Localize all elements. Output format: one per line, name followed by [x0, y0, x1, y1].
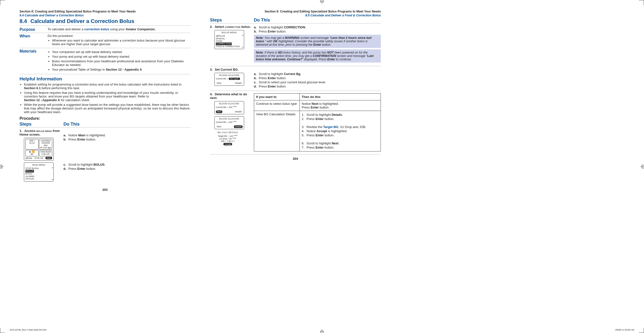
text: Main [78, 133, 86, 137]
menu-item-selected: CORRECTION [216, 43, 243, 45]
text: Scroll to select your current blood gluc… [259, 80, 381, 84]
cell: Continue to select bolus type [254, 100, 300, 111]
text: Current BG = 240 [216, 106, 233, 109]
unit: mg/dL [232, 137, 236, 139]
heading-text: Calculate and Deliver a Correction Bolus [30, 18, 134, 24]
text: Next [312, 102, 318, 106]
step-3: 3. Set Current BG. BLOOD GLUCOSE Current… [210, 66, 381, 91]
table-row: View BG Calculation Details 1.Scroll to … [254, 111, 381, 151]
substep-a: a.Notice Main is highlighted. [64, 133, 190, 137]
substep-c: c.Scroll to select your current blood gl… [254, 80, 381, 84]
substep-a: a.Scroll to highlight Current Bg. [254, 72, 381, 76]
col-do-this: Do This [254, 17, 381, 23]
text: Scroll to highlight [306, 113, 332, 117]
softkey-next: Next [216, 82, 222, 85]
text: Press [306, 133, 316, 137]
text: Press [259, 30, 268, 33]
list-item: Whenever you want to calculate and admin… [52, 39, 190, 46]
purpose-body: To calculate and deliver a correction bo… [48, 27, 190, 32]
materials-row: Materials Your companion set up with bas… [20, 48, 190, 73]
slug-line: DOC15736_Rev-A-Man.indd 203-204 2/9/09 1… [10, 328, 634, 331]
note-warning-box: Note: You may get a WARNING screen and m… [254, 35, 381, 48]
text: Notice [302, 102, 312, 106]
text: Scroll to highlight [68, 163, 94, 166]
menu-item-selected: BOLUS [26, 170, 52, 172]
step-number: 4. [210, 92, 214, 96]
text: before performing this task. [41, 86, 80, 90]
screen-title: MAIN MENU [26, 164, 52, 166]
text: . [300, 72, 302, 76]
text: Scroll to highlight [259, 26, 284, 29]
menu-item: STATUS [26, 178, 52, 180]
text: 3.00U/0h 30m [42, 142, 50, 146]
helpful-list: Establish setting for programming a corr… [20, 83, 190, 114]
text: button. [319, 106, 329, 109]
text: CONFIRMATION [313, 54, 336, 58]
scrollbar-icon [52, 168, 53, 180]
page-204: Section 8: Creating and Editing Speciali… [210, 10, 381, 192]
clock: 10:35 AM [34, 157, 43, 159]
divider [20, 74, 190, 74]
softkey-details-selected: Details [234, 125, 243, 128]
text: Press [68, 138, 78, 141]
text: screen and message " [336, 54, 367, 58]
when-intro: Do this procedure: [48, 34, 74, 38]
text: for calculation sheet. [60, 98, 90, 102]
menu-item: ALARMS [26, 175, 52, 178]
note-label: Note: [256, 51, 264, 54]
step-left: 3. Set Current BG. BLOOD GLUCOSE Current… [210, 68, 254, 89]
last-bolus-cell: Last Bolus3.00U/0h 30m0h 11m ago [39, 139, 52, 150]
text: . [104, 163, 106, 166]
text: bolus. [240, 25, 251, 29]
device-bolus-menu: BOLUS MENU QBOLUS MANUAL FOOD CORRECTION… [214, 30, 244, 49]
text: NOT [327, 51, 334, 54]
divider [20, 26, 190, 26]
text: Press [306, 146, 316, 149]
softkey-next-selected: Next [216, 110, 222, 113]
crop-mark [639, 0, 644, 5]
text: Current BG = [216, 78, 228, 80]
softkey-main: Main [46, 157, 52, 159]
screen-title: BLOOD GLUCOSE [216, 102, 243, 105]
text: " displayed. Press [302, 58, 327, 61]
crop-mark [0, 0, 5, 5]
ol-item: 5.Press Enter button. [302, 133, 379, 137]
text: is highlighted. [86, 133, 106, 137]
text: Current BG = 240 [216, 121, 233, 123]
page-number: 203 [20, 188, 190, 192]
softkey-details: Details [234, 82, 243, 85]
text: using your [109, 27, 126, 31]
text: button. [321, 43, 331, 47]
term-correction-bolus: correction bolus [84, 27, 109, 31]
text: 0h 11m ago [40, 146, 51, 149]
text: Notice [306, 129, 316, 133]
step-left: 2. Select CORRECTION bolus. BOLUS MENU Q… [210, 25, 254, 64]
cell: Notice Next is highlighted. Press Enter … [300, 100, 380, 111]
text: Enter [78, 138, 86, 141]
substep-b: b.Press Enter button. [64, 138, 190, 141]
timestamp: 2/9/09 11:29:52 AM [615, 328, 634, 331]
steps-header: Steps Do This [20, 121, 190, 128]
text: Notice [68, 133, 78, 137]
text: , 1U Drop and, IOB. [338, 125, 366, 129]
text: To calculate and deliver a [48, 27, 84, 31]
text: to continue. [335, 58, 352, 61]
when-body: Do this procedure: Whenever you want to … [48, 34, 190, 47]
text: If there is [264, 51, 278, 54]
heading-number: 8.4 [20, 18, 27, 24]
text: button. [276, 76, 286, 80]
device-blood-glucose-edit: BLOOD GLUCOSE Current BG = 240 mg/dL Nex… [214, 73, 244, 86]
step-right: a.Scroll to highlight CORRECTION. b.Pres… [254, 25, 381, 64]
procedure-label: Procedure: [20, 116, 190, 121]
text: button. [324, 146, 334, 149]
text: is highlighted. [318, 102, 338, 106]
text: Enter [316, 117, 324, 121]
when-row: When Do this procedure: Whenever you wan… [20, 33, 190, 48]
registration-mark-icon [0, 164, 4, 169]
text: Press [259, 85, 268, 88]
note-confirmation-box: Note: If there is NO bolus history, and … [254, 49, 381, 63]
page-number: 204 [210, 157, 381, 161]
text: ." with [264, 40, 273, 43]
iob-cell: IOB ≥10.1U [26, 139, 38, 150]
text: IOB = 7.65 U ? [214, 140, 241, 142]
